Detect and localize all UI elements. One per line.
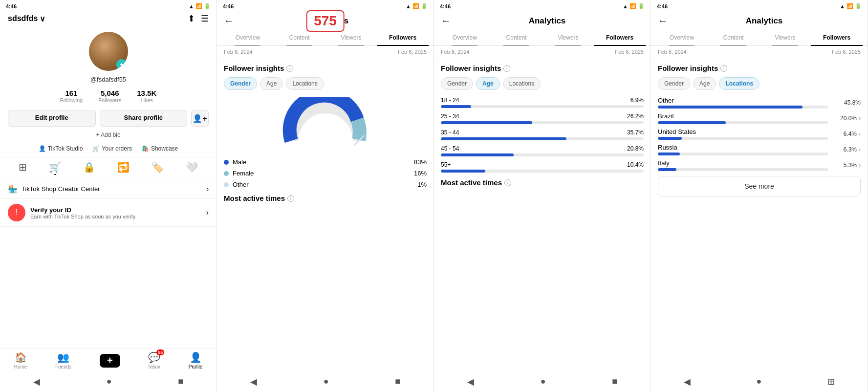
location-row-brazil[interactable]: Brazil 20.0% ›: [658, 112, 861, 124]
insight-tab-locations-4[interactable]: Locations: [719, 77, 760, 90]
info-icon-3[interactable]: i: [503, 65, 510, 72]
wifi-icon: ▲: [189, 3, 194, 9]
location-left-italy: Italy: [658, 159, 828, 171]
tiktok-studio-link[interactable]: 👤 TikTok Studio: [39, 145, 83, 152]
home-android-icon[interactable]: ●: [107, 376, 112, 387]
insight-tab-gender-2[interactable]: Gender: [224, 77, 257, 90]
location-left-russia: Russia: [658, 144, 828, 155]
location-row-us[interactable]: United States 6.4% ›: [658, 128, 861, 140]
tab-viewers-4[interactable]: Viewers: [760, 30, 811, 45]
followers-stat[interactable]: 5,046 Followers: [98, 89, 121, 103]
recents-android-2[interactable]: ■: [395, 376, 400, 387]
location-pct-brazil: 20.0%: [840, 115, 857, 122]
age-pct-18-24: 6.9%: [630, 97, 644, 104]
nav-tag-icon[interactable]: 🏷️: [152, 161, 164, 175]
tab-followers-2[interactable]: Followers: [377, 30, 429, 45]
back-android-2[interactable]: ◀: [250, 376, 257, 387]
add-bio-link[interactable]: + Add bio: [0, 131, 217, 143]
insight-tab-age-3[interactable]: Age: [476, 77, 500, 90]
insight-tab-gender-4[interactable]: Gender: [658, 77, 690, 90]
info-icon-2[interactable]: i: [286, 65, 293, 72]
tab-followers-4[interactable]: Followers: [811, 30, 863, 45]
tab-followers-3[interactable]: Followers: [594, 30, 646, 45]
chevron-down-icon[interactable]: ∨: [40, 14, 45, 23]
location-name-italy: Italy: [658, 159, 828, 167]
nav-profile[interactable]: 👤 Profile: [189, 351, 202, 370]
back-button-4[interactable]: ←: [658, 15, 668, 26]
likes-stat[interactable]: 13.5K Likes: [137, 89, 156, 103]
location-row-russia[interactable]: Russia 6.3% ›: [658, 144, 861, 155]
back-button-2[interactable]: ←: [224, 15, 234, 26]
menu-icon[interactable]: ☰: [201, 13, 209, 24]
info-icon-4[interactable]: i: [720, 65, 727, 72]
back-android-4[interactable]: ◀: [684, 376, 691, 387]
back-button-3[interactable]: ←: [441, 15, 451, 26]
analytics-tabs-2: Overview Content Viewers Followers: [217, 30, 434, 46]
date-range-4: Feb 8, 2024 Feb 6, 2025: [651, 46, 868, 58]
showcase-link[interactable]: 🛍️ Showcase: [142, 145, 178, 152]
insight-tab-locations-3[interactable]: Locations: [503, 77, 541, 90]
tab-viewers-3[interactable]: Viewers: [542, 30, 594, 45]
back-android-icon[interactable]: ◀: [33, 376, 40, 387]
home-android-4[interactable]: ●: [757, 376, 762, 387]
nav-lock-icon[interactable]: 🔒: [83, 161, 95, 175]
insight-tab-gender-3[interactable]: Gender: [441, 77, 473, 90]
date-range-3: Feb 8, 2024 Feb 6, 2025: [434, 46, 651, 58]
recents-android-icon[interactable]: ■: [178, 376, 183, 387]
tab-overview-3[interactable]: Overview: [439, 30, 491, 45]
inbox-label: Inbox: [149, 364, 160, 370]
username-row: sdsdfds ∨: [8, 14, 45, 23]
tab-overview-2[interactable]: Overview: [222, 30, 274, 45]
showcase-label: Showcase: [151, 145, 178, 152]
add-friend-button[interactable]: 👤+: [191, 110, 209, 127]
followers-label: Followers: [98, 97, 121, 103]
follower-insights-title-2: Follower insights i: [224, 64, 427, 72]
location-name-brazil: Brazil: [658, 112, 828, 120]
most-active-info-3[interactable]: i: [504, 179, 511, 186]
nav-grid-icon[interactable]: ⊞: [19, 161, 27, 175]
verify-id-row[interactable]: ! Verify your ID Earn with TikTok Shop a…: [0, 199, 217, 227]
insight-tab-age-2[interactable]: Age: [260, 77, 283, 90]
most-active-info-2[interactable]: i: [287, 195, 294, 202]
your-orders-link[interactable]: 🛒 Your orders: [92, 145, 132, 152]
upload-icon[interactable]: ⬆: [188, 13, 195, 24]
following-stat[interactable]: 161 Following: [60, 89, 83, 103]
age-row-18-24: 18 - 24 6.9%: [441, 97, 644, 108]
tab-content-3[interactable]: Content: [491, 30, 542, 45]
add-button[interactable]: +: [100, 354, 120, 368]
insight-tab-locations-2[interactable]: Locations: [286, 77, 324, 90]
insight-tabs-2: Gender Age Locations: [224, 77, 427, 90]
age-bars: 18 - 24 6.9% 25 - 34 26.2% 35 - 44: [441, 97, 644, 173]
tiktok-shop-row[interactable]: 🏪 TikTok Shop Creator Center ›: [0, 179, 217, 199]
nav-friends[interactable]: 👥 Friends: [55, 351, 71, 370]
nav-heart-icon[interactable]: 🤍: [186, 161, 198, 175]
home-android-2[interactable]: ●: [324, 376, 329, 387]
battery-icon-3: 🔋: [638, 3, 645, 9]
stats-row: 161 Following 5,046 Followers 13.5K Like…: [0, 87, 217, 108]
android-nav-2: ◀ ● ■: [217, 373, 434, 392]
location-pct-russia: 6.3%: [844, 146, 857, 153]
home-android-3[interactable]: ●: [541, 376, 546, 387]
nav-shop-icon[interactable]: 🛒: [49, 161, 61, 175]
insight-tabs-4: Gender Age Locations: [658, 77, 861, 90]
location-bar-fill-italy: [658, 168, 676, 171]
back-android-3[interactable]: ◀: [467, 376, 474, 387]
avatar[interactable]: +: [89, 32, 128, 71]
tab-overview-4[interactable]: Overview: [656, 30, 708, 45]
nav-inbox[interactable]: 💬 55 Inbox: [148, 351, 160, 370]
nav-add[interactable]: +: [100, 354, 120, 368]
tab-content-2[interactable]: Content: [274, 30, 326, 45]
avatar-add-button[interactable]: +: [116, 59, 127, 70]
recents-android-4[interactable]: ⊞: [827, 376, 835, 387]
nav-home[interactable]: 🏠 Home: [14, 351, 27, 370]
tab-viewers-2[interactable]: Viewers: [326, 30, 377, 45]
location-bar-fill-russia: [658, 152, 680, 155]
share-profile-button[interactable]: Share profile: [100, 110, 188, 127]
edit-profile-button[interactable]: Edit profile: [8, 110, 96, 127]
tab-content-4[interactable]: Content: [708, 30, 760, 45]
nav-repost-icon[interactable]: 🔁: [117, 161, 130, 175]
see-more-button[interactable]: See more: [658, 176, 861, 196]
insight-tab-age-4[interactable]: Age: [693, 77, 716, 90]
location-row-italy[interactable]: Italy 5.3% ›: [658, 159, 861, 171]
recents-android-3[interactable]: ■: [612, 376, 617, 387]
